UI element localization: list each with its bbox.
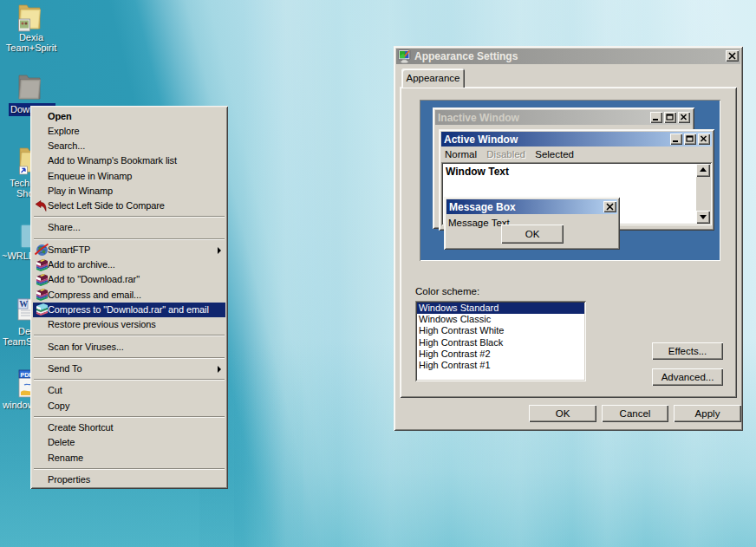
svg-text:W: W: [19, 299, 28, 309]
